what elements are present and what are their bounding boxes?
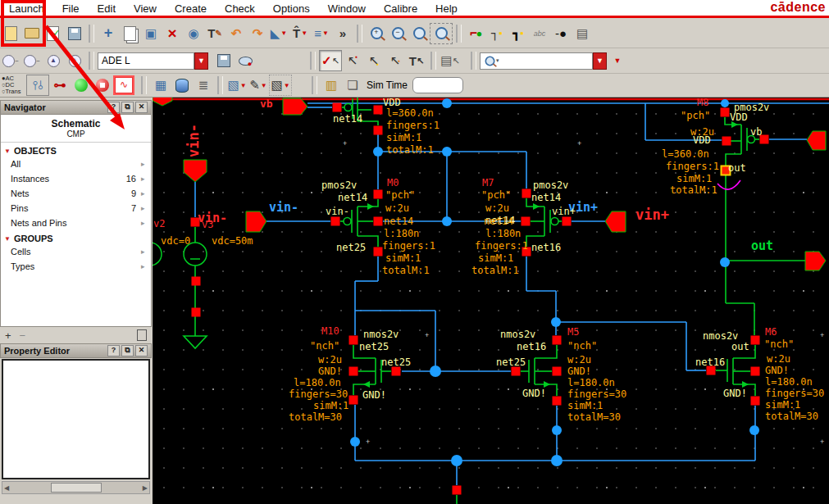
scroll-left-icon[interactable]: ◀ (4, 484, 9, 492)
section-objects[interactable]: ▼OBJECTS (1, 143, 151, 157)
search-box[interactable]: ▾ (480, 52, 593, 70)
search-dropdown[interactable]: ▼ (593, 52, 607, 70)
expand-arrow-icon[interactable]: ▸ (141, 262, 149, 270)
collapse-triangle-icon[interactable]: ▼ (4, 148, 11, 155)
menu-edit[interactable]: Edit (89, 1, 125, 16)
nav-item-types[interactable]: Types▸ (1, 259, 151, 274)
scroll-thumb[interactable] (51, 483, 102, 493)
annotate-icon[interactable]: ❏ (342, 75, 363, 95)
open-icon[interactable] (21, 24, 43, 43)
select-note-icon[interactable]: ▤↖ (440, 51, 461, 70)
check-save-icon[interactable]: ✓ (43, 24, 64, 43)
pin-vinp[interactable] (605, 211, 626, 232)
select-text-icon[interactable]: T↖ (406, 51, 427, 70)
menu-help[interactable]: Help (426, 1, 467, 16)
navigator-float-button[interactable]: ⧉ (121, 102, 134, 113)
remove-button[interactable]: − (20, 329, 26, 342)
workspace-combo[interactable]: ADE L (98, 52, 194, 70)
pin-vinm[interactable] (246, 211, 266, 232)
save-state-icon[interactable] (213, 51, 235, 70)
new-file-icon[interactable] (0, 24, 21, 43)
nav-item-all[interactable]: All▸ (1, 157, 151, 171)
pin-vb-top[interactable] (283, 98, 307, 115)
save-icon[interactable] (64, 24, 85, 43)
next-view-icon[interactable]: − (21, 51, 43, 70)
pin-vinm-vertical[interactable] (184, 160, 207, 182)
check-select-icon[interactable]: ✓↖ (319, 50, 342, 71)
top-hierarchy-icon[interactable]: ^ (64, 51, 85, 70)
collapse-triangle-icon[interactable]: ▼ (4, 235, 11, 243)
add-button[interactable]: + (5, 329, 11, 342)
connect-icon[interactable]: ⊶ (49, 75, 71, 95)
info-icon[interactable]: ◉ (183, 24, 204, 43)
nav-item-nets-and-pins[interactable]: Nets and Pins▸ (1, 216, 151, 230)
wire-name-icon[interactable]: abc (529, 24, 550, 43)
probe-icon[interactable]: -● (550, 24, 572, 43)
redo-icon[interactable]: ↷ (247, 24, 268, 43)
property-editor-help-button[interactable]: ? (107, 345, 120, 356)
stop-icon[interactable] (92, 75, 113, 95)
menu-view[interactable]: View (125, 1, 166, 16)
align-icon[interactable]: ≡▼ (311, 24, 332, 43)
schematic-canvas[interactable]: + + + + + + vin- vin- vin- vin+ vin+ vb … (153, 97, 829, 504)
workspace-combo-dropdown[interactable]: ▼ (194, 52, 208, 70)
export-icon[interactable]: ▧▼ (226, 75, 248, 95)
doc-check-icon[interactable]: ▥ (321, 75, 342, 95)
menu-window[interactable]: Window (319, 1, 375, 16)
scroll-right-icon[interactable]: ▶ (143, 484, 148, 492)
navigator-panel[interactable]: Schematic CMP ▼OBJECTS All▸ Instances16▸… (0, 115, 152, 327)
create-wire-corner-icon[interactable]: ┐▪ (486, 24, 508, 43)
nav-item-instances[interactable]: Instances16▸ (1, 171, 151, 186)
menu-calibre[interactable]: Calibre (375, 1, 426, 16)
zoom-selected-icon[interactable] (430, 23, 453, 44)
mosfet-m10[interactable] (353, 345, 391, 395)
create-wire-icon[interactable]: ⌐● (465, 24, 486, 43)
pin-corner-partial[interactable] (153, 97, 172, 106)
sim-time-input[interactable] (412, 77, 463, 93)
analysis-radio-group[interactable]: ●AC ○DC ○Trans (0, 75, 26, 95)
edit-cell-icon[interactable]: ✎▼ (248, 75, 269, 95)
select-point-icon[interactable]: ↖▪ (342, 51, 363, 70)
create-bus-icon[interactable]: ┓▪ (508, 24, 529, 43)
edit-properties-icon[interactable]: T✎ (204, 24, 225, 43)
menu-options[interactable]: Options (264, 1, 319, 16)
move-origin-icon[interactable]: ↖▪ (385, 51, 406, 70)
navigator-titlebar[interactable]: Navigator ? ⧉ ✕ (0, 100, 152, 115)
nav-item-nets[interactable]: Nets9▸ (1, 186, 151, 201)
property-editor-panel[interactable] (2, 359, 150, 479)
zoom-fit-icon[interactable] (408, 24, 430, 43)
navigator-close-button[interactable]: ✕ (135, 102, 148, 113)
expand-arrow-icon[interactable]: ▸ (141, 160, 149, 168)
nav-item-cells[interactable]: Cells▸ (1, 244, 151, 259)
search-options-dropdown[interactable]: ▼ (607, 51, 628, 70)
panel-toggle-icon[interactable] (137, 329, 147, 341)
property-editor-hscrollbar[interactable]: ◀ ▶ (2, 481, 150, 494)
expand-arrow-icon[interactable]: ▸ (141, 247, 149, 256)
create-label-icon[interactable]: T̂▼ (289, 24, 311, 43)
expand-arrow-icon[interactable]: ▸ (141, 204, 149, 212)
results-db-icon[interactable] (171, 75, 193, 95)
nav-item-pins[interactable]: Pins7▸ (1, 201, 151, 216)
hide-view-icon[interactable]: ● (235, 51, 256, 70)
select-wire-icon[interactable]: ↖▪ (363, 51, 385, 70)
tune-icon[interactable]: ⫯⫰ (26, 75, 49, 96)
move-icon[interactable]: + (98, 24, 119, 43)
create-note-icon[interactable]: ▤ (572, 24, 593, 43)
property-editor-float-button[interactable]: ⧉ (121, 345, 134, 356)
section-groups[interactable]: ▼GROUPS (1, 230, 151, 244)
zoom-in-icon[interactable]: + (366, 24, 387, 43)
menu-check[interactable]: Check (216, 1, 264, 16)
waveform-icon[interactable]: ∿ (113, 75, 134, 95)
menu-launch[interactable]: Launch (0, 1, 53, 16)
measure-icon[interactable]: ◣▼ (268, 24, 289, 43)
property-editor-close-button[interactable]: ✕ (135, 345, 148, 356)
copy-icon[interactable] (119, 24, 140, 43)
up-hierarchy-icon[interactable]: ▲ (43, 51, 64, 70)
prev-view-icon[interactable]: − (0, 51, 21, 70)
menu-create[interactable]: Create (166, 1, 216, 16)
menu-file[interactable]: File (53, 1, 89, 16)
log-list-icon[interactable]: ≣ (193, 75, 214, 95)
navigator-help-button[interactable]: ? (107, 102, 120, 113)
property-editor-titlebar[interactable]: Property Editor ? ⧉ ✕ (0, 343, 152, 358)
expand-arrow-icon[interactable]: ▸ (141, 189, 149, 198)
